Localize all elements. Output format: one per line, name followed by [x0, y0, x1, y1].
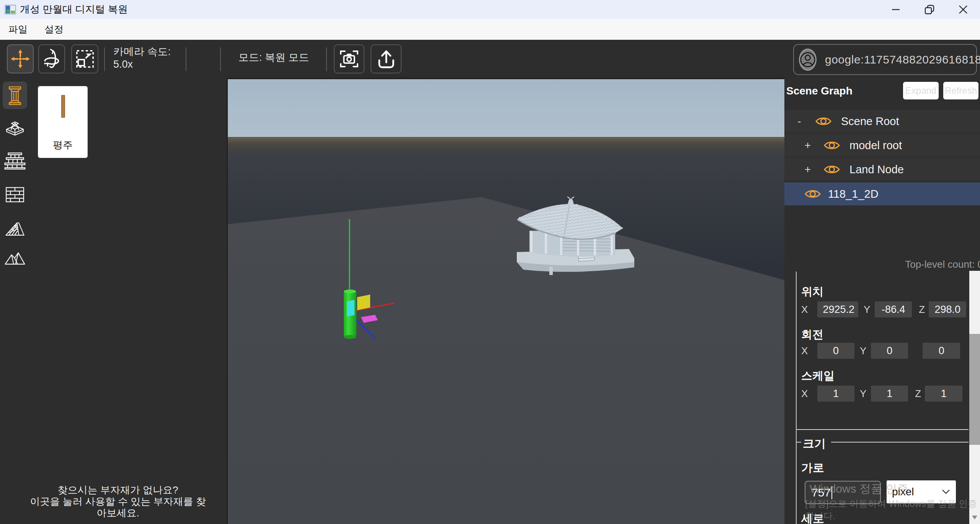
unit-dropdown[interactable]: pixel [887, 480, 956, 503]
brick-wall-icon [5, 185, 25, 204]
scale-z-input[interactable]: 1 [925, 386, 962, 402]
tree-row-model-root[interactable]: + model root [784, 134, 980, 157]
visibility-eye-icon[interactable] [815, 116, 832, 127]
parts-panel: 평주 찾으시는 부자재가 없나요? 이곳을 눌러 사용할 수 있는 부자재를 찾… [30, 75, 227, 524]
unit-value: pixel [892, 486, 914, 498]
app-icon [5, 4, 16, 15]
menu-settings[interactable]: 설정 [36, 19, 72, 40]
move-icon [9, 47, 32, 70]
inspector-panel: Scene Graph Expand Refresh - Scene Root … [784, 75, 980, 524]
screenshot-button[interactable] [334, 44, 364, 73]
restore-button[interactable] [913, 0, 946, 19]
x-axis-label: X [801, 345, 811, 357]
z-axis-label: Z [915, 388, 921, 400]
size-legend-line [796, 442, 801, 443]
tree-node-label[interactable]: 118_1_2D [828, 188, 879, 200]
menu-file[interactable]: 파일 [0, 19, 36, 40]
bracket-structure-icon [4, 150, 26, 172]
column-thumbnail [61, 95, 65, 118]
part-card-pyeongju[interactable]: 평주 [38, 86, 88, 158]
menu-bar: 파일 설정 [0, 19, 980, 40]
upload-button[interactable] [371, 44, 402, 73]
tree-node-label[interactable]: Scene Root [841, 115, 899, 128]
width-value: 757 [812, 486, 831, 499]
y-axis-label: Y [860, 388, 866, 400]
expand-toggle[interactable]: + [802, 139, 813, 151]
top-level-count: Top-level count: 0 [905, 259, 980, 270]
expand-button[interactable]: Expand [903, 82, 939, 99]
x-axis-label: X [801, 304, 811, 316]
person-icon [800, 52, 815, 67]
scrollbar-down-arrow[interactable] [972, 516, 977, 519]
sidebar-item-foundation[interactable] [3, 114, 27, 141]
upload-icon [374, 47, 398, 71]
scene-graph-title: Scene Graph [786, 85, 853, 97]
marquee-scale-tool-button[interactable] [71, 44, 98, 73]
ground-plane [228, 197, 786, 524]
rotation-z-input[interactable]: 0 [923, 343, 960, 359]
avatar [799, 49, 817, 71]
parts-hint-line2: 이곳을 눌러 사용할 수 있는 부자재를 찾아보세요. [30, 496, 206, 519]
y-axis-label: Y [860, 345, 866, 357]
gizmo-handle-yellow [357, 295, 370, 310]
camera-icon [337, 47, 361, 71]
foundation-block-icon [5, 117, 25, 138]
sidebar-item-column[interactable] [3, 81, 27, 109]
account-id: google:117574882029616818024 [825, 53, 980, 66]
sidebar-item-terrain[interactable] [3, 244, 27, 272]
toolbar-divider [186, 47, 186, 71]
mode-label: 모드: 복원 모드 [230, 40, 318, 75]
scrollbar-thumb[interactable] [969, 334, 980, 445]
account-badge[interactable]: google:117574882029616818024 [793, 44, 977, 75]
toolbar-divider [220, 47, 221, 71]
collapse-toggle[interactable]: - [794, 115, 805, 127]
panel-scrollbar[interactable] [969, 271, 980, 524]
viewport-3d[interactable] [227, 78, 786, 524]
expand-toggle[interactable]: + [802, 163, 813, 176]
toolbar-divider [104, 47, 105, 71]
tree-row-land-node[interactable]: + Land Node [784, 158, 980, 181]
sidebar-item-brick[interactable] [3, 181, 27, 208]
visibility-eye-icon[interactable] [823, 164, 840, 175]
tree-row-scene-root[interactable]: - Scene Root [784, 110, 980, 133]
position-x-input[interactable]: 2925.2 [817, 301, 858, 317]
main-toolbar: 카메라 속도: 5.0x 모드: 복원 모드 [0, 40, 980, 75]
text-cursor [831, 486, 832, 499]
minimize-icon [892, 5, 900, 14]
close-button[interactable] [946, 0, 980, 19]
size-legend-line [831, 442, 969, 443]
height-label: 세로 [801, 511, 824, 524]
scale-y-input[interactable]: 1 [871, 386, 908, 402]
rotation-x-input[interactable]: 0 [817, 343, 854, 359]
refresh-button[interactable]: Refresh [943, 82, 978, 99]
rotation-row: X 0 Y 0 0 [801, 343, 960, 359]
sidebar-item-roof[interactable] [3, 215, 27, 242]
position-section-title: 위치 [801, 284, 823, 299]
visibility-eye-icon[interactable] [823, 140, 840, 151]
width-input[interactable]: 757 [805, 481, 881, 504]
position-z-input[interactable]: 298.0 [929, 301, 966, 317]
parts-hint-line1: 찾으시는 부자재가 없나요? [30, 484, 206, 496]
tree-node-label[interactable]: Land Node [849, 163, 904, 176]
position-y-input[interactable]: -86.4 [875, 301, 912, 317]
rotation-y-input[interactable]: 0 [871, 343, 908, 359]
position-row: X 2925.2 Y -86.4 Z 298.0 [801, 301, 966, 317]
sidebar-item-bracket[interactable] [3, 147, 27, 175]
rotate-icon [40, 47, 63, 70]
tree-row-118-1-2d[interactable]: 118_1_2D [784, 182, 980, 205]
parts-hint[interactable]: 찾으시는 부자재가 없나요? 이곳을 눌러 사용할 수 있는 부자재를 찾아보세… [30, 484, 206, 519]
scale-x-input[interactable]: 1 [817, 386, 854, 402]
minimize-button[interactable] [879, 0, 913, 19]
move-tool-button[interactable] [7, 44, 34, 73]
rotate-tool-button[interactable] [38, 44, 65, 73]
title-bar: 개성 만월대 디지털 복원 [0, 0, 980, 19]
visibility-eye-icon[interactable] [804, 188, 821, 200]
x-axis-label: X [801, 388, 811, 400]
column-icon [5, 84, 24, 106]
window-controls [879, 0, 980, 19]
size-section-title: 크기 [803, 436, 826, 452]
app-window: 개성 만월대 디지털 복원 파일 설정 [0, 0, 980, 524]
panel-separator [796, 429, 969, 430]
tree-node-label[interactable]: model root [849, 139, 902, 152]
transform-panel-border [796, 272, 797, 524]
